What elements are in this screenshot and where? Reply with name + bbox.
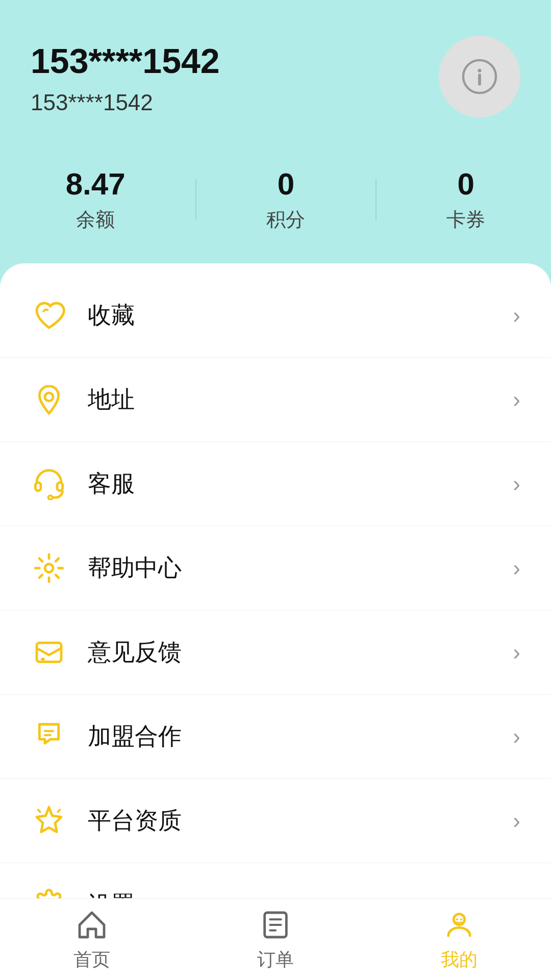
menu-item-customer-service[interactable]: 客服 › <box>0 442 551 526</box>
menu-item-favorites[interactable]: 收藏 › <box>0 274 551 358</box>
voucher-value: 0 <box>458 166 474 202</box>
balance-stat[interactable]: 8.47 余额 <box>66 166 126 233</box>
qualify-icon <box>31 802 67 839</box>
feedback-icon <box>31 634 67 671</box>
tab-bar: 首页 订单 我的 <box>0 898 551 980</box>
tab-orders[interactable]: 订单 <box>184 906 367 972</box>
avatar[interactable] <box>439 36 520 117</box>
address-label: 地址 <box>88 384 513 415</box>
svg-point-26 <box>460 918 462 920</box>
menu-item-help-center[interactable]: 帮助中心 › <box>0 526 551 610</box>
profile-header: 153****1542 153****1542 <box>0 0 551 146</box>
svg-line-13 <box>56 575 59 578</box>
tab-home[interactable]: 首页 <box>0 906 184 972</box>
address-arrow: › <box>513 387 520 412</box>
headset-icon <box>31 465 67 502</box>
menu-item-partnership[interactable]: 加盟合作 › <box>0 695 551 779</box>
location-icon <box>31 381 67 418</box>
svg-line-15 <box>39 575 42 578</box>
svg-point-6 <box>48 496 53 500</box>
stat-divider-1 <box>195 179 196 220</box>
svg-rect-5 <box>57 482 63 491</box>
voucher-stat[interactable]: 0 卡券 <box>446 166 485 233</box>
menu-item-platform-qualify[interactable]: 平台资质 › <box>0 779 551 863</box>
customer-service-label: 客服 <box>88 468 513 500</box>
svg-rect-4 <box>35 482 41 491</box>
points-label: 积分 <box>266 207 305 233</box>
stats-row: 8.47 余额 0 积分 0 卡券 <box>0 146 551 263</box>
tab-mine[interactable]: 我的 <box>367 906 551 972</box>
menu-item-address[interactable]: 地址 › <box>0 358 551 442</box>
svg-point-2 <box>478 69 482 72</box>
help-center-arrow: › <box>513 555 520 581</box>
mine-icon <box>441 906 478 943</box>
svg-point-3 <box>45 393 53 401</box>
tab-mine-label: 我的 <box>441 947 478 972</box>
menu-card: 收藏 › 地址 › 客服 › <box>0 263 551 957</box>
menu-item-feedback[interactable]: 意见反馈 › <box>0 610 551 695</box>
platform-qualify-label: 平台资质 <box>88 805 513 837</box>
partnership-label: 加盟合作 <box>88 721 513 752</box>
svg-point-7 <box>45 564 53 572</box>
points-stat[interactable]: 0 积分 <box>266 166 305 233</box>
customer-service-arrow: › <box>513 471 520 497</box>
feedback-label: 意见反馈 <box>88 636 513 668</box>
tab-home-label: 首页 <box>73 947 110 972</box>
favorites-arrow: › <box>513 303 520 328</box>
partnership-arrow: › <box>513 724 520 749</box>
info-icon <box>462 59 497 94</box>
tab-orders-label: 订单 <box>257 947 294 972</box>
voucher-label: 卡券 <box>446 207 485 233</box>
help-center-label: 帮助中心 <box>88 552 513 584</box>
help-icon <box>31 550 67 586</box>
svg-line-12 <box>39 558 42 561</box>
svg-line-14 <box>56 558 59 561</box>
balance-label: 余额 <box>76 207 115 233</box>
balance-value: 8.47 <box>66 166 126 202</box>
svg-rect-16 <box>37 643 61 662</box>
partnership-icon <box>31 718 67 755</box>
heart-icon <box>31 297 67 334</box>
platform-qualify-arrow: › <box>513 808 520 834</box>
home-icon <box>73 906 110 943</box>
orders-icon <box>257 906 294 943</box>
favorites-label: 收藏 <box>88 300 513 331</box>
svg-point-25 <box>456 918 458 920</box>
points-value: 0 <box>278 166 294 202</box>
stat-divider-2 <box>375 179 377 220</box>
feedback-arrow: › <box>513 640 520 665</box>
